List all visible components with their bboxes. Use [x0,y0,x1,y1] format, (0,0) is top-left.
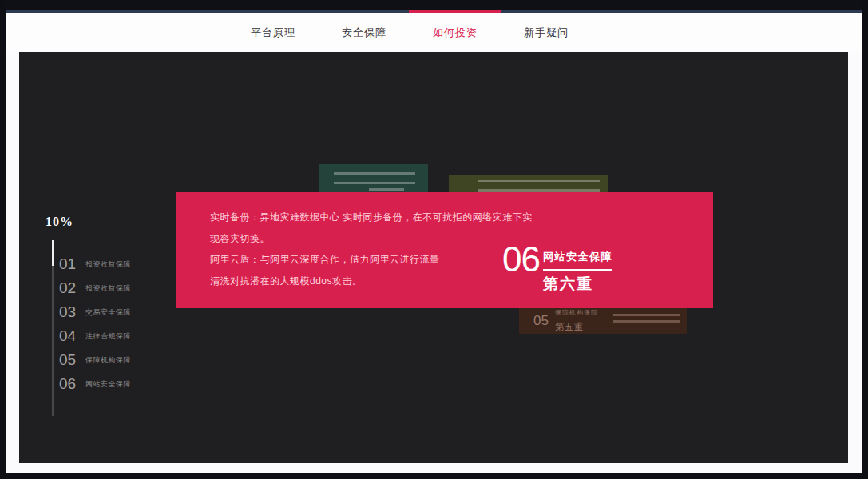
tab-platform-principle[interactable]: 平台原理 [251,26,295,40]
slide-body-text: 实时备份：异地灾难数据中心 实时同步备份，在不可抗拒的网络灾难下实 现容灾切换。… [210,207,533,291]
item-number: 02 [59,279,81,297]
slide-number: 06 [502,242,540,277]
item-label: 投资收益保障 [85,259,131,270]
slide-body-line: 实时备份：异地灾难数据中心 实时同步备份，在不可抗拒的网络灾难下实 [210,207,533,228]
left-edge-strip [0,0,6,479]
slide-subtitle: 第六重 [543,274,612,295]
tab-nav: 平台原理 安全保障 如何投资 新手疑问 [6,13,862,52]
item-number: 06 [59,375,81,393]
card-number: 05 [533,313,549,329]
blurred-text-lines [478,180,600,192]
progress-marker [52,240,54,266]
blurred-text-lines [334,172,415,184]
sidebar-item-invest-return-2[interactable]: 02 投资收益保障 [59,276,131,300]
item-number: 03 [59,303,81,321]
tab-newbie-questions[interactable]: 新手疑问 [524,26,569,40]
item-number: 01 [59,255,81,273]
item-number: 04 [59,327,81,345]
progress-track [52,240,54,416]
card-title: 保障机构保障 [555,308,598,319]
sidebar-item-website-security[interactable]: 06 网站安全保障 [59,372,131,396]
slide-body-line: 阿里云盾：与阿里云深度合作，借力阿里云进行流量 [210,249,533,271]
item-number: 05 [59,351,81,369]
item-label: 投资收益保障 [85,283,131,294]
sidebar-item-invest-return-1[interactable]: 01 投资收益保障 [59,252,131,276]
tab-how-to-invest[interactable]: 如何投资 [433,26,478,40]
sidebar-item-legal-compliance[interactable]: 04 法律合规保障 [59,324,131,348]
slide-body-line: 清洗对抗潜在的大规模ddos攻击。 [210,271,533,292]
active-slide-card: 实时备份：异地灾难数据中心 实时同步备份，在不可抗拒的网络灾难下实 现容灾切换。… [176,192,713,308]
item-label: 网站安全保障 [85,379,131,390]
page: 平台原理 安全保障 如何投资 新手疑问 10% 01 投资收益保障 02 投资收… [0,0,868,479]
bottom-edge-strip [0,473,868,479]
blurred-text-lines [613,314,680,327]
guarantee-menu: 01 投资收益保障 02 投资收益保障 03 交易安全保障 04 法律合规保障 … [59,252,131,396]
card-title-group: 保障机构保障 第五重 [555,308,598,333]
carousel-card-prev-05: 05 保障机构保障 第五重 [519,307,687,334]
sidebar-item-trade-security[interactable]: 03 交易安全保障 [59,300,131,324]
active-tab-indicator [409,10,501,13]
sidebar-item-guarantee-institution[interactable]: 05 保障机构保障 [59,348,131,372]
item-label: 交易安全保障 [85,307,131,318]
card-subtitle: 第五重 [555,321,598,333]
slide-title: 网站安全保障 [543,250,612,271]
slide-title-group: 网站安全保障 第六重 [543,250,612,295]
guarantee-carousel-section: 10% 01 投资收益保障 02 投资收益保障 03 交易安全保障 04 法律合… [19,52,848,463]
rate-label: 10% [46,215,73,229]
slide-body-line: 现容灾切换。 [210,228,533,250]
item-label: 保障机构保障 [85,355,131,366]
item-label: 法律合规保障 [85,331,131,342]
tab-security-guarantee[interactable]: 安全保障 [342,26,386,40]
right-edge-strip [862,0,868,479]
